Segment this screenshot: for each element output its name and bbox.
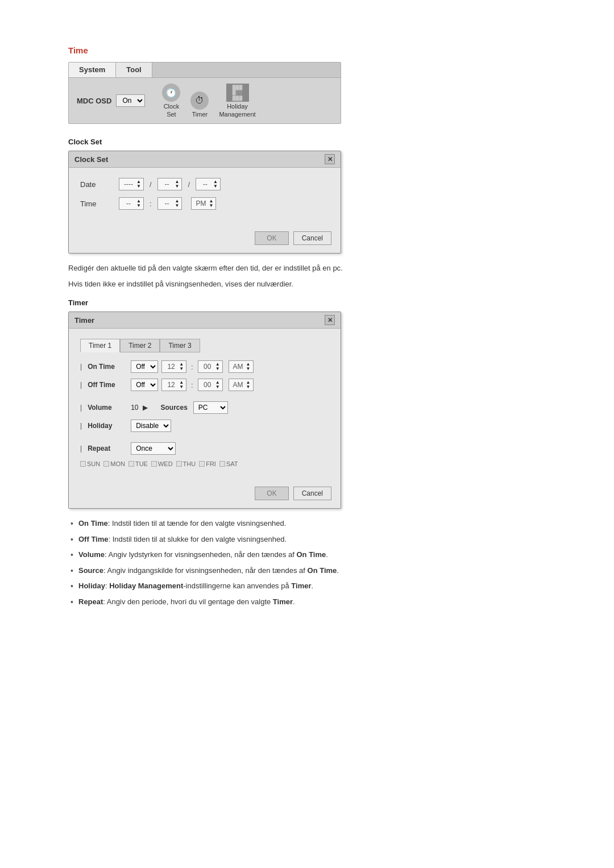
timer-close-button[interactable]: ✕ [325, 315, 335, 325]
off-time-hour[interactable]: 12 ▲▼ [161, 379, 186, 391]
time-val2: -- [160, 200, 174, 207]
bullet-list: On Time: Indstil tiden til at tænde for … [68, 518, 546, 607]
day-sat-checkbox[interactable] [219, 461, 225, 467]
time-spinner2[interactable]: ▲▼ [175, 199, 180, 208]
off-min-spinner[interactable]: ▲▼ [215, 380, 220, 389]
day-thu: THU [176, 460, 196, 467]
day-fri-checkbox[interactable] [199, 461, 205, 467]
volume-bar: | [80, 404, 82, 412]
off-time-min[interactable]: 00 ▲▼ [198, 379, 223, 391]
time-val1: -- [122, 200, 135, 207]
time-row: Time -- ▲▼ : -- ▲▼ PM ▲▼ [80, 197, 329, 210]
on-hour-spinner[interactable]: ▲▼ [179, 362, 184, 371]
repeat-label: Repeat [88, 445, 127, 452]
date-field-2[interactable]: -- ▲▼ [157, 178, 182, 190]
tab-system[interactable]: System [69, 63, 116, 77]
clock-ok-button[interactable]: OK [255, 231, 288, 245]
bullet-volume: Volume: Angiv lydstyrken for visningsenh… [68, 549, 546, 560]
date-sep1: / [148, 180, 153, 189]
date-field-3[interactable]: -- ▲▼ [196, 178, 221, 190]
on-time-hour[interactable]: 12 ▲▼ [161, 360, 186, 373]
time-field-hour[interactable]: -- ▲▼ [119, 197, 144, 210]
bullet-repeat-text: : Angiv den periode, hvori du vil gentag… [103, 597, 273, 606]
day-thu-checkbox[interactable] [176, 461, 182, 467]
mdc-osd-label: MDC OSD [77, 97, 111, 105]
on-ampm-spinner[interactable]: ▲▼ [246, 362, 251, 371]
day-mon-checkbox[interactable] [103, 461, 109, 467]
day-wed-checkbox[interactable] [151, 461, 157, 467]
time-sep: : [148, 200, 153, 208]
holiday-bar: | [80, 422, 82, 430]
bullet-on-time-term: On Time [78, 519, 108, 528]
off-time-ampm[interactable]: AM ▲▼ [229, 379, 254, 391]
repeat-select[interactable]: Once Daily Mon~Fri Mon~Sat Sat~Sun Manua… [131, 442, 176, 455]
clock-set-label2: Set [167, 111, 176, 118]
mdc-osd-row: MDC OSD On Off [77, 94, 145, 107]
clock-set-icon-item[interactable]: 🕐 Clock Set [162, 84, 180, 118]
icon-group: 🕐 Clock Set ⏱ Timer ▓▓▓▓░░▓▓▓ Holiday Ma… [162, 84, 255, 118]
day-tue-checkbox[interactable] [128, 461, 134, 467]
sources-select[interactable]: PC HDMI [193, 401, 228, 414]
day-sun: SUN [80, 460, 100, 467]
off-hour-spinner[interactable]: ▲▼ [179, 380, 184, 389]
holiday-select[interactable]: Disable Enable [131, 420, 171, 432]
on-time-label: On Time [88, 363, 127, 371]
holiday-label2: Management [219, 111, 255, 118]
bullet-source-term: Source [78, 566, 103, 575]
bullet-off-time-term: Off Time [78, 535, 109, 543]
timer-dialog-title: Timer [74, 316, 94, 325]
bullet-repeat: Repeat: Angiv den periode, hvori du vil … [68, 596, 546, 608]
on-time-select[interactable]: Off On [131, 360, 158, 373]
clock-set-label: Clock [164, 103, 180, 110]
time-ampm-field[interactable]: PM ▲▼ [191, 197, 216, 210]
clock-set-close-button[interactable]: ✕ [325, 154, 335, 164]
on-min-spinner[interactable]: ▲▼ [215, 362, 220, 371]
day-wed: WED [151, 460, 173, 467]
timer-tab-2[interactable]: Timer 2 [120, 339, 160, 352]
day-sun-label: SUN [87, 460, 100, 467]
bullet-repeat-timer: Timer [273, 597, 293, 606]
date-spinner2[interactable]: ▲▼ [175, 180, 180, 189]
on-time-bar: | [80, 363, 82, 371]
date-val1: ---- [122, 180, 135, 188]
day-sat-label: SAT [226, 460, 238, 467]
clock-cancel-button[interactable]: Cancel [293, 231, 331, 245]
bullet-holiday-mgmt: Holiday Management [109, 582, 183, 590]
clock-desc1: Redigér den aktuelle tid på den valgte s… [68, 263, 546, 274]
timer-cancel-button[interactable]: Cancel [293, 487, 331, 500]
bullet-holiday-period: . [311, 582, 313, 590]
bullet-repeat-period: . [293, 597, 295, 606]
bullet-holiday: Holiday: Holiday Management-indstillinge… [68, 580, 546, 592]
on-time-min[interactable]: 00 ▲▼ [198, 360, 223, 373]
timer-ok-button[interactable]: OK [255, 487, 288, 500]
timer-tab-3[interactable]: Timer 3 [160, 339, 200, 352]
holiday-label: Holiday [88, 422, 127, 430]
time-ampm-spinner[interactable]: ▲▼ [209, 199, 213, 208]
timer-tab-1[interactable]: Timer 1 [80, 339, 120, 352]
on-time-sep: : [190, 363, 194, 371]
time-spinner1[interactable]: ▲▼ [136, 199, 141, 208]
repeat-row: | Repeat Once Daily Mon~Fri Mon~Sat Sat~… [80, 442, 329, 455]
date-spinner1[interactable]: ▲▼ [136, 180, 141, 189]
time-section: Time System Tool MDC OSD On Off 🕐 Clock … [68, 45, 546, 607]
off-time-select[interactable]: Off On [131, 379, 158, 391]
bullet-holiday-text: -indstillingerne kan anvendes på [183, 582, 291, 590]
clock-desc2: Hvis tiden ikke er indstillet på visning… [68, 279, 546, 290]
tab-tool[interactable]: Tool [116, 63, 152, 77]
date-spinner3[interactable]: ▲▼ [213, 180, 218, 189]
time-ampm: PM [194, 200, 208, 207]
holiday-icon-item[interactable]: ▓▓▓▓░░▓▓▓ Holiday Management [219, 84, 255, 118]
day-sun-checkbox[interactable] [80, 461, 86, 467]
time-field-min[interactable]: -- ▲▼ [157, 197, 182, 210]
mdc-osd-select[interactable]: On Off [116, 94, 145, 107]
bullet-source: Source: Angiv indgangskilde for visnings… [68, 565, 546, 576]
on-time-ampm[interactable]: AM ▲▼ [229, 360, 254, 373]
bullet-source-period: . [337, 566, 339, 575]
date-field-1[interactable]: ---- ▲▼ [119, 178, 144, 190]
timer-icon-item[interactable]: ⏱ Timer [190, 92, 209, 118]
day-fri-label: FRI [206, 460, 216, 467]
off-ampm-spinner[interactable]: ▲▼ [246, 380, 251, 389]
off-ampm-val: AM [231, 381, 245, 389]
date-sep2: / [186, 180, 191, 189]
sources-label: Sources [160, 404, 187, 412]
